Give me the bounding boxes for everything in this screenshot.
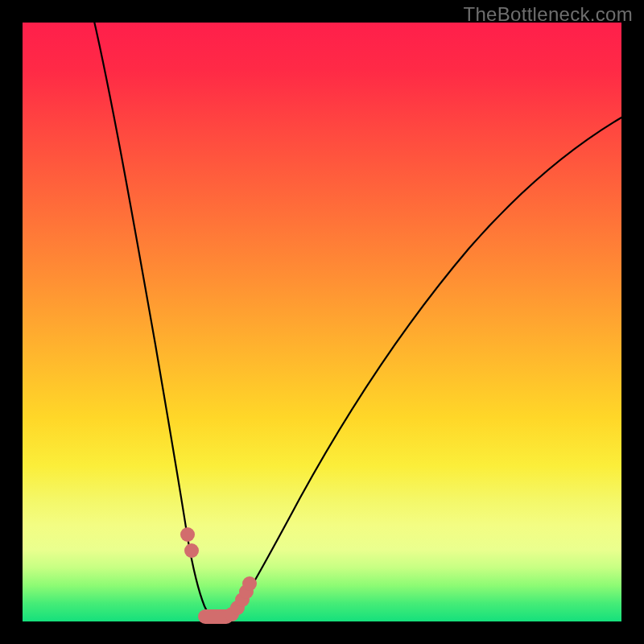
bottleneck-curve-right [221, 118, 621, 620]
highlight-marker [184, 543, 199, 558]
bottleneck-curve-left [93, 18, 221, 620]
highlight-marker [180, 527, 195, 542]
chart-frame: TheBottleneck.com [0, 0, 644, 644]
curve-svg [23, 23, 621, 621]
watermark-text: TheBottleneck.com [463, 3, 633, 26]
highlight-marker [242, 576, 257, 591]
plot-area [23, 23, 621, 621]
